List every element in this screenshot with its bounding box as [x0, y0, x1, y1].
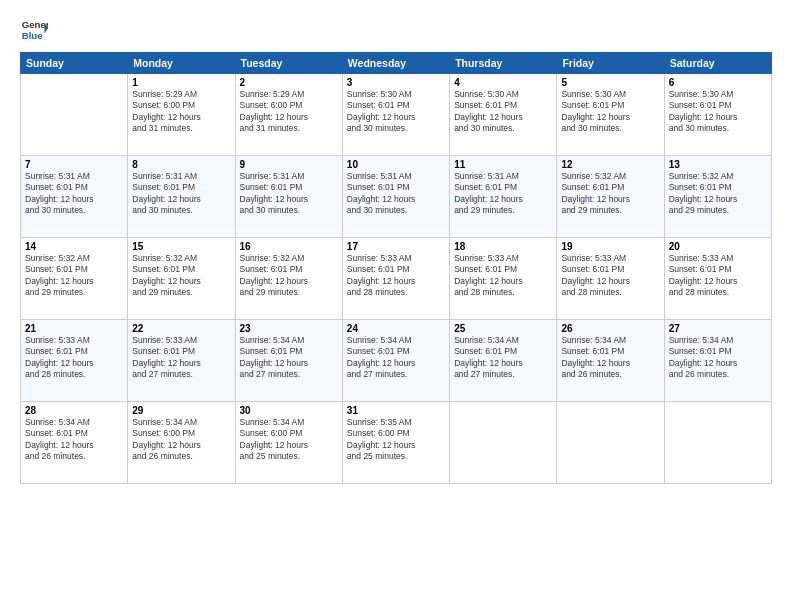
calendar-cell: 24Sunrise: 5:34 AM Sunset: 6:01 PM Dayli… — [342, 320, 449, 402]
calendar-cell: 26Sunrise: 5:34 AM Sunset: 6:01 PM Dayli… — [557, 320, 664, 402]
day-number: 30 — [240, 405, 338, 416]
calendar-cell: 19Sunrise: 5:33 AM Sunset: 6:01 PM Dayli… — [557, 238, 664, 320]
header: General Blue — [20, 16, 772, 44]
day-info: Sunrise: 5:32 AM Sunset: 6:01 PM Dayligh… — [25, 253, 123, 299]
day-info: Sunrise: 5:34 AM Sunset: 6:00 PM Dayligh… — [240, 417, 338, 463]
calendar-cell: 10Sunrise: 5:31 AM Sunset: 6:01 PM Dayli… — [342, 156, 449, 238]
weekday-header-monday: Monday — [128, 53, 235, 74]
calendar-cell: 8Sunrise: 5:31 AM Sunset: 6:01 PM Daylig… — [128, 156, 235, 238]
calendar-cell: 7Sunrise: 5:31 AM Sunset: 6:01 PM Daylig… — [21, 156, 128, 238]
day-number: 12 — [561, 159, 659, 170]
calendar-cell: 17Sunrise: 5:33 AM Sunset: 6:01 PM Dayli… — [342, 238, 449, 320]
day-info: Sunrise: 5:33 AM Sunset: 6:01 PM Dayligh… — [25, 335, 123, 381]
day-info: Sunrise: 5:31 AM Sunset: 6:01 PM Dayligh… — [132, 171, 230, 217]
calendar-cell: 15Sunrise: 5:32 AM Sunset: 6:01 PM Dayli… — [128, 238, 235, 320]
day-number: 29 — [132, 405, 230, 416]
calendar-cell — [21, 74, 128, 156]
calendar-cell: 3Sunrise: 5:30 AM Sunset: 6:01 PM Daylig… — [342, 74, 449, 156]
weekday-header-sunday: Sunday — [21, 53, 128, 74]
calendar-cell: 1Sunrise: 5:29 AM Sunset: 6:00 PM Daylig… — [128, 74, 235, 156]
day-info: Sunrise: 5:32 AM Sunset: 6:01 PM Dayligh… — [132, 253, 230, 299]
calendar-cell: 18Sunrise: 5:33 AM Sunset: 6:01 PM Dayli… — [450, 238, 557, 320]
day-info: Sunrise: 5:32 AM Sunset: 6:01 PM Dayligh… — [669, 171, 767, 217]
day-info: Sunrise: 5:32 AM Sunset: 6:01 PM Dayligh… — [240, 253, 338, 299]
calendar-cell: 21Sunrise: 5:33 AM Sunset: 6:01 PM Dayli… — [21, 320, 128, 402]
day-number: 1 — [132, 77, 230, 88]
calendar-cell: 22Sunrise: 5:33 AM Sunset: 6:01 PM Dayli… — [128, 320, 235, 402]
day-number: 27 — [669, 323, 767, 334]
day-info: Sunrise: 5:30 AM Sunset: 6:01 PM Dayligh… — [561, 89, 659, 135]
day-number: 31 — [347, 405, 445, 416]
calendar-cell — [557, 402, 664, 484]
logo: General Blue — [20, 16, 48, 44]
day-number: 10 — [347, 159, 445, 170]
day-info: Sunrise: 5:30 AM Sunset: 6:01 PM Dayligh… — [347, 89, 445, 135]
calendar-cell — [664, 402, 771, 484]
svg-text:General: General — [22, 19, 48, 30]
day-number: 21 — [25, 323, 123, 334]
day-info: Sunrise: 5:33 AM Sunset: 6:01 PM Dayligh… — [347, 253, 445, 299]
day-number: 8 — [132, 159, 230, 170]
day-info: Sunrise: 5:29 AM Sunset: 6:00 PM Dayligh… — [240, 89, 338, 135]
day-number: 18 — [454, 241, 552, 252]
weekday-header-friday: Friday — [557, 53, 664, 74]
day-info: Sunrise: 5:34 AM Sunset: 6:01 PM Dayligh… — [25, 417, 123, 463]
day-info: Sunrise: 5:34 AM Sunset: 6:01 PM Dayligh… — [454, 335, 552, 381]
day-info: Sunrise: 5:35 AM Sunset: 6:00 PM Dayligh… — [347, 417, 445, 463]
day-number: 11 — [454, 159, 552, 170]
day-info: Sunrise: 5:31 AM Sunset: 6:01 PM Dayligh… — [347, 171, 445, 217]
day-number: 4 — [454, 77, 552, 88]
day-info: Sunrise: 5:31 AM Sunset: 6:01 PM Dayligh… — [240, 171, 338, 217]
calendar-cell — [450, 402, 557, 484]
day-info: Sunrise: 5:33 AM Sunset: 6:01 PM Dayligh… — [561, 253, 659, 299]
day-info: Sunrise: 5:34 AM Sunset: 6:00 PM Dayligh… — [132, 417, 230, 463]
weekday-header-wednesday: Wednesday — [342, 53, 449, 74]
day-number: 26 — [561, 323, 659, 334]
day-number: 13 — [669, 159, 767, 170]
logo-icon: General Blue — [20, 16, 48, 44]
calendar-cell: 6Sunrise: 5:30 AM Sunset: 6:01 PM Daylig… — [664, 74, 771, 156]
day-info: Sunrise: 5:34 AM Sunset: 6:01 PM Dayligh… — [561, 335, 659, 381]
calendar-cell: 30Sunrise: 5:34 AM Sunset: 6:00 PM Dayli… — [235, 402, 342, 484]
calendar-cell: 2Sunrise: 5:29 AM Sunset: 6:00 PM Daylig… — [235, 74, 342, 156]
day-number: 14 — [25, 241, 123, 252]
day-info: Sunrise: 5:31 AM Sunset: 6:01 PM Dayligh… — [454, 171, 552, 217]
day-number: 6 — [669, 77, 767, 88]
day-number: 9 — [240, 159, 338, 170]
day-info: Sunrise: 5:33 AM Sunset: 6:01 PM Dayligh… — [669, 253, 767, 299]
svg-text:Blue: Blue — [22, 30, 43, 41]
day-info: Sunrise: 5:30 AM Sunset: 6:01 PM Dayligh… — [669, 89, 767, 135]
calendar-cell: 11Sunrise: 5:31 AM Sunset: 6:01 PM Dayli… — [450, 156, 557, 238]
day-info: Sunrise: 5:33 AM Sunset: 6:01 PM Dayligh… — [132, 335, 230, 381]
day-info: Sunrise: 5:29 AM Sunset: 6:00 PM Dayligh… — [132, 89, 230, 135]
day-info: Sunrise: 5:34 AM Sunset: 6:01 PM Dayligh… — [240, 335, 338, 381]
calendar-cell: 5Sunrise: 5:30 AM Sunset: 6:01 PM Daylig… — [557, 74, 664, 156]
calendar-cell: 28Sunrise: 5:34 AM Sunset: 6:01 PM Dayli… — [21, 402, 128, 484]
day-number: 17 — [347, 241, 445, 252]
day-number: 19 — [561, 241, 659, 252]
calendar-cell: 12Sunrise: 5:32 AM Sunset: 6:01 PM Dayli… — [557, 156, 664, 238]
weekday-header-tuesday: Tuesday — [235, 53, 342, 74]
weekday-header-saturday: Saturday — [664, 53, 771, 74]
page: General Blue SundayMondayTuesdayWednesda… — [0, 0, 792, 612]
calendar-cell: 14Sunrise: 5:32 AM Sunset: 6:01 PM Dayli… — [21, 238, 128, 320]
day-info: Sunrise: 5:34 AM Sunset: 6:01 PM Dayligh… — [669, 335, 767, 381]
calendar-cell: 9Sunrise: 5:31 AM Sunset: 6:01 PM Daylig… — [235, 156, 342, 238]
calendar-cell: 29Sunrise: 5:34 AM Sunset: 6:00 PM Dayli… — [128, 402, 235, 484]
calendar-cell: 20Sunrise: 5:33 AM Sunset: 6:01 PM Dayli… — [664, 238, 771, 320]
day-number: 7 — [25, 159, 123, 170]
day-number: 23 — [240, 323, 338, 334]
day-info: Sunrise: 5:30 AM Sunset: 6:01 PM Dayligh… — [454, 89, 552, 135]
calendar-cell: 4Sunrise: 5:30 AM Sunset: 6:01 PM Daylig… — [450, 74, 557, 156]
day-number: 28 — [25, 405, 123, 416]
calendar-table: SundayMondayTuesdayWednesdayThursdayFrid… — [20, 52, 772, 484]
weekday-header-thursday: Thursday — [450, 53, 557, 74]
calendar-cell: 27Sunrise: 5:34 AM Sunset: 6:01 PM Dayli… — [664, 320, 771, 402]
day-number: 15 — [132, 241, 230, 252]
calendar-cell: 31Sunrise: 5:35 AM Sunset: 6:00 PM Dayli… — [342, 402, 449, 484]
day-number: 24 — [347, 323, 445, 334]
day-number: 16 — [240, 241, 338, 252]
day-number: 22 — [132, 323, 230, 334]
day-number: 5 — [561, 77, 659, 88]
calendar-cell: 16Sunrise: 5:32 AM Sunset: 6:01 PM Dayli… — [235, 238, 342, 320]
